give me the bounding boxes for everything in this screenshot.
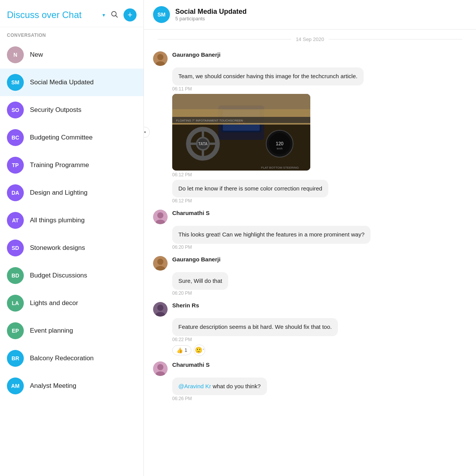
svg-point-32 [157,259,163,265]
add-reaction-button[interactable]: 🙂+ [194,345,205,356]
conv-avatar-security-outposts: SO [7,102,24,118]
conversation-list: NNewSMSocial Media UpdatedSOSecurity Out… [0,41,143,476]
message-image-container: ••• 🚗 TATA [153,94,467,171]
conversation-section-label: CONVERSATION [0,27,143,41]
image-options-button[interactable]: ••• [144,127,150,138]
sidebar-item-security-outposts[interactable]: SOSecurity Outposts [0,96,143,124]
conv-avatar-budget-disc: BD [7,267,24,284]
sidebar-header: Discuss over Chat ▾ + [0,0,143,27]
conv-avatar-lights: LA [7,295,24,312]
sidebar-item-balcony[interactable]: BRBalcony Redecoration [0,345,143,372]
sidebar-item-budgeting[interactable]: BCBudgeting Committee [0,124,143,151]
conv-name-lights: Lights and decor [30,299,78,307]
message-time-msg4: 06:20 PM [153,291,467,296]
message-time-msg2: 06:12 PM [153,198,467,204]
chat-body: 14 Sep 2020 Gaurango Banerji•••Team, we … [144,30,476,476]
svg-point-35 [157,305,163,311]
svg-point-38 [157,364,163,370]
message-bubble-msg5: Feature description seems a bit hard. We… [172,318,338,336]
sidebar-item-new[interactable]: NNew [0,41,143,69]
chat-header: SM Social Media Updated 5 participants [144,0,476,30]
sender-name-msg4: Gaurango Banerji [172,256,221,263]
message-bubble-msg3: This looks great! Can we highlight the f… [172,226,371,244]
message-sender-row: Charumathi S [153,210,467,224]
bubble-row-msg5: Feature description seems a bit hard. We… [153,318,467,336]
chat-header-info: Social Media Updated 5 participants [175,8,247,21]
conv-name-plumbing: All things plumbing [30,217,85,224]
message-time-msg6: 06:26 PM [153,396,467,401]
sidebar-item-event[interactable]: EPEvent planning [0,317,143,345]
conv-avatar-stonework: SD [7,240,24,256]
chevron-down-icon[interactable]: ▾ [102,12,105,18]
message-sender-row: Gaurango Banerji [153,51,467,66]
sender-name-msg1: Gaurango Banerji [172,51,221,58]
message-time-msg3: 06:20 PM [153,245,467,250]
conv-name-security-outposts: Security Outposts [30,106,81,114]
sidebar-item-lights[interactable]: LALights and decor [0,289,143,317]
conv-name-social-media: Social Media Updated [30,79,94,86]
conv-name-stonework: Stonework designs [30,244,85,252]
sender-name-msg3: Charumathi S [172,210,210,216]
mention-link[interactable]: @Aravind Kr [178,383,211,389]
conv-avatar-plumbing: AT [7,212,24,229]
date-divider: 14 Sep 2020 [153,30,467,48]
conv-name-balcony: Balcony Redecoration [30,355,94,362]
sidebar-item-design[interactable]: DADesign and Lighting [0,179,143,207]
bubble-row-msg6: @Aravind Kr what do you think? [153,378,467,396]
conv-avatar-event: EP [7,322,24,339]
sidebar-item-plumbing[interactable]: ATAll things plumbing [0,207,143,234]
message-sender-row: Sherin Rs [153,302,467,317]
conv-avatar-new: N [7,46,24,63]
conv-avatar-design: DA [7,184,24,201]
sender-avatar-msg4 [153,256,168,271]
sidebar-item-training[interactable]: TPTraining Programme [0,151,143,179]
bubble-row-msg1: •••Team, we should consider having this … [153,67,467,85]
bubble-row-msg2: Do let me know if there is some color co… [153,180,467,198]
chat-header-name: Social Media Updated [175,8,247,16]
conv-avatar-training: TP [7,157,24,174]
reaction-row-msg5: 👍1🙂+ [153,345,467,356]
conv-name-analyst: Analyst Meeting [30,382,76,390]
sender-avatar-msg6 [153,361,168,376]
chat-header-participants: 5 participants [175,16,247,21]
svg-line-1 [116,15,118,17]
reaction-emoji: 👍 [176,347,183,353]
message-sender-row: Gaurango Banerji [153,256,467,271]
reaction-button[interactable]: 👍1 [172,345,191,355]
search-icon[interactable] [109,9,120,21]
message-time-msg1: 06:11 PM [153,86,467,92]
message-sender-row: Charumathi S [153,361,467,376]
conv-avatar-balcony: BR [7,350,24,367]
svg-text:km/h: km/h [277,147,282,150]
conv-name-training: Training Programme [30,161,89,169]
sidebar-item-analyst[interactable]: AMAnalyst Meeting [0,372,143,400]
svg-text:FLAT BOTTOM STEERING: FLAT BOTTOM STEERING [261,166,299,169]
sidebar-item-budget-disc[interactable]: BDBudget Discussions [0,262,143,289]
sender-avatar-msg5 [153,302,168,317]
image-time: 06:12 PM [153,172,467,177]
sidebar-item-stonework[interactable]: SDStonework designs [0,234,143,262]
conv-name-budgeting: Budgeting Committee [30,134,92,141]
conv-name-new: New [30,51,43,59]
conv-name-budget-disc: Budget Discussions [30,272,87,279]
message-bubble-msg6: @Aravind Kr what do you think? [172,378,267,396]
svg-text:120: 120 [276,141,283,146]
message-bubble-msg4: Sure, Will do that [172,272,228,290]
sidebar-title: Discuss over Chat [7,10,99,20]
sender-name-msg5: Sherin Rs [172,302,199,309]
reaction-count: 1 [184,347,187,353]
main-chat-panel: SM Social Media Updated 5 participants 1… [144,0,476,476]
svg-text:TATA: TATA [198,142,208,146]
sidebar-item-social-media[interactable]: SMSocial Media Updated [0,69,143,96]
car-image: 🚗 TATA 120 km/h FLAT BOTTOM STEERING [172,94,310,171]
conv-avatar-analyst: AM [7,378,24,394]
bubble-row-msg4: Sure, Will do that [153,272,467,290]
sender-name-msg6: Charumathi S [172,361,210,368]
conv-avatar-social-media: SM [7,74,24,91]
conv-name-event: Event planning [30,327,73,335]
new-chat-button[interactable]: + [124,8,137,21]
sender-avatar-msg3 [153,210,168,224]
sidebar: Discuss over Chat ▾ + CONVERSATION NNewS… [0,0,144,476]
svg-point-29 [157,212,163,218]
svg-text:FLOATING 7" INFOTAINMENT TOUCH: FLOATING 7" INFOTAINMENT TOUCHSCREEN [176,119,243,122]
